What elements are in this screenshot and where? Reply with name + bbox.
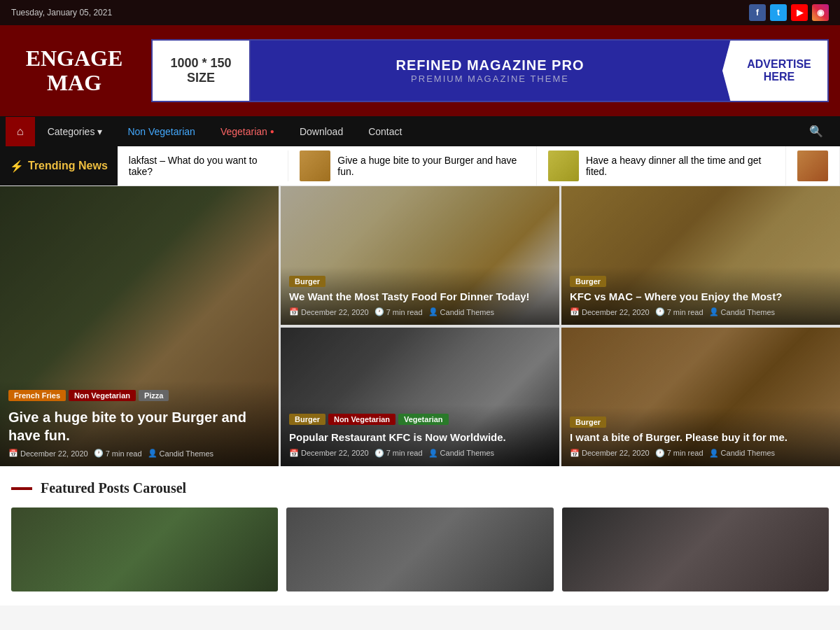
ad-cta[interactable]: ADVERTISE HERE <box>729 41 827 101</box>
card-3-tag-veg[interactable]: Vegetarian <box>398 414 449 425</box>
dot-indicator: ● <box>270 127 274 135</box>
hero-tags: French Fries Non Vegetarian Pizza <box>8 389 270 404</box>
card-3-date: 📅 December 22, 2020 <box>289 449 369 458</box>
hero-date: 📅 December 22, 2020 <box>8 449 88 458</box>
card-2[interactable]: Burger KFC vs MAC – Where you Enjoy the … <box>561 186 840 325</box>
hero-card[interactable]: French Fries Non Vegetarian Pizza Give a… <box>0 186 279 466</box>
featured-title: Featured Posts Carousel <box>41 480 186 496</box>
nav-vegetarian[interactable]: Vegetarian ● <box>208 118 287 146</box>
hero-meta: 📅 December 22, 2020 🕐 7 min read 👤 Candi… <box>8 449 270 458</box>
card-2-meta: 📅 December 22, 2020 🕐 7 min read 👤 Candi… <box>570 307 832 316</box>
clock-icon: 🕐 <box>94 449 104 458</box>
card-4-tag[interactable]: Burger <box>570 416 606 428</box>
card-3-author: 👤 Candid Themes <box>428 449 494 458</box>
card-1-meta: 📅 December 22, 2020 🕐 7 min read 👤 Candi… <box>289 307 551 316</box>
social-icons: f t ▶ ◉ <box>749 4 829 21</box>
carousel-row <box>11 507 829 592</box>
ad-banner[interactable]: 1000 * 150 SIZE REFINED MAGAZINE PRO PRE… <box>151 39 829 102</box>
trending-text: Have a heavy dinner all the time and get… <box>586 155 774 177</box>
date-label: Tuesday, January 05, 2021 <box>11 8 112 18</box>
card-2-date: 📅 December 22, 2020 <box>570 307 650 316</box>
tag-non-veg[interactable]: Non Vegetarian <box>69 390 136 401</box>
nav-categories[interactable]: Categories ▾ <box>35 118 115 146</box>
facebook-icon[interactable]: f <box>749 4 766 21</box>
card-3-meta: 📅 December 22, 2020 🕐 7 min read 👤 Candi… <box>289 449 551 458</box>
trending-item[interactable] <box>786 146 840 186</box>
calendar-icon: 📅 <box>8 449 18 458</box>
featured-section: Featured Posts Carousel <box>0 466 840 606</box>
card-4-meta: 📅 December 22, 2020 🕐 7 min read 👤 Candi… <box>570 449 832 458</box>
tag-pizza[interactable]: Pizza <box>139 390 169 401</box>
featured-bar-decoration <box>11 487 32 490</box>
hero-overlay: French Fries Non Vegetarian Pizza Give a… <box>0 381 279 466</box>
carousel-card-1[interactable] <box>11 507 278 592</box>
card-1-title: We Want the Most Tasty Food For Dinner T… <box>289 290 551 304</box>
card-4-author: 👤 Candid Themes <box>709 449 775 458</box>
user-icon: 👤 <box>148 449 158 458</box>
nav-non-vegetarian[interactable]: Non Vegetarian <box>115 118 208 146</box>
nav-contact[interactable]: Contact <box>356 118 414 146</box>
card-3[interactable]: Burger Non Vegetarian Vegetarian Popular… <box>281 328 559 466</box>
featured-heading: Featured Posts Carousel <box>11 480 829 496</box>
trending-item[interactable]: Give a huge bite to your Burger and have… <box>288 146 537 186</box>
carousel-card-2[interactable] <box>286 507 553 592</box>
card-2-overlay: Burger KFC vs MAC – Where you Enjoy the … <box>561 267 840 326</box>
carousel-card-3[interactable] <box>562 507 829 592</box>
hero-readtime: 🕐 7 min read <box>94 449 142 458</box>
card-3-readtime: 🕐 7 min read <box>374 449 423 458</box>
hero-author: 👤 Candid Themes <box>148 449 214 458</box>
header: ENGAGE MAG 1000 * 150 SIZE REFINED MAGAZ… <box>0 25 840 116</box>
search-button[interactable]: 🔍 <box>798 116 834 146</box>
card-2-title: KFC vs MAC – Where you Enjoy the Most? <box>570 290 832 304</box>
trending-item[interactable]: Have a heavy dinner all the time and get… <box>537 146 786 186</box>
ad-middle: REFINED MAGAZINE PRO PREMIUM MAGAZINE TH… <box>251 41 729 101</box>
trending-text: Give a huge bite to your Burger and have… <box>337 155 525 177</box>
card-3-overlay: Burger Non Vegetarian Vegetarian Popular… <box>281 405 559 466</box>
card-1-tag[interactable]: Burger <box>289 276 326 287</box>
youtube-icon[interactable]: ▶ <box>791 4 808 21</box>
tag-french-fries[interactable]: French Fries <box>8 390 66 401</box>
card-1-readtime: 🕐 7 min read <box>374 307 423 316</box>
card-3-title: Popular Restaurant KFC is Now Worldwide. <box>289 430 551 444</box>
trending-bar: ⚡ Trending News lakfast – What do you wa… <box>0 146 840 186</box>
card-4[interactable]: Burger I want a bite of Burger. Please b… <box>561 328 840 466</box>
hero-title: Give a huge bite to your Burger and have… <box>8 408 270 444</box>
trending-thumb <box>300 150 330 181</box>
instagram-icon[interactable]: ◉ <box>812 4 829 21</box>
trending-items: lakfast – What do you want to take? Give… <box>118 146 840 186</box>
navigation: ⌂ Categories ▾ Non Vegetarian Vegetarian… <box>0 116 840 146</box>
trending-text: lakfast – What do you want to take? <box>129 155 276 177</box>
card-3-tag-burger[interactable]: Burger <box>289 414 326 425</box>
card-4-overlay: Burger I want a bite of Burger. Please b… <box>561 407 840 466</box>
nav-home-button[interactable]: ⌂ <box>6 117 35 146</box>
main-grid: French Fries Non Vegetarian Pizza Give a… <box>0 186 840 466</box>
nav-download[interactable]: Download <box>287 118 356 146</box>
card-1[interactable]: Burger We Want the Most Tasty Food For D… <box>281 186 559 325</box>
card-1-author: 👤 Candid Themes <box>428 307 494 316</box>
trending-thumb <box>548 150 579 181</box>
card-2-tag[interactable]: Burger <box>570 276 606 287</box>
twitter-icon[interactable]: t <box>770 4 787 21</box>
card-4-readtime: 🕐 7 min read <box>655 449 704 458</box>
site-logo[interactable]: ENGAGE MAG <box>11 46 137 95</box>
card-1-overlay: Burger We Want the Most Tasty Food For D… <box>281 267 559 326</box>
card-2-readtime: 🕐 7 min read <box>655 307 704 316</box>
card-3-tag-nonveg[interactable]: Non Vegetarian <box>328 414 396 425</box>
card-1-date: 📅 December 22, 2020 <box>289 307 369 316</box>
bolt-icon: ⚡ <box>10 160 24 173</box>
card-3-tags: Burger Non Vegetarian Vegetarian <box>289 413 551 428</box>
top-bar: Tuesday, January 05, 2021 f t ▶ ◉ <box>0 0 840 25</box>
trending-label: ⚡ Trending News <box>0 146 118 186</box>
card-2-author: 👤 Candid Themes <box>709 307 775 316</box>
dropdown-arrow-icon: ▾ <box>97 126 102 137</box>
ad-size: 1000 * 150 SIZE <box>153 41 251 101</box>
card-4-date: 📅 December 22, 2020 <box>570 449 650 458</box>
trending-thumb <box>797 150 828 181</box>
card-4-title: I want a bite of Burger. Please buy it f… <box>570 430 832 444</box>
trending-item[interactable]: lakfast – What do you want to take? <box>118 150 288 181</box>
